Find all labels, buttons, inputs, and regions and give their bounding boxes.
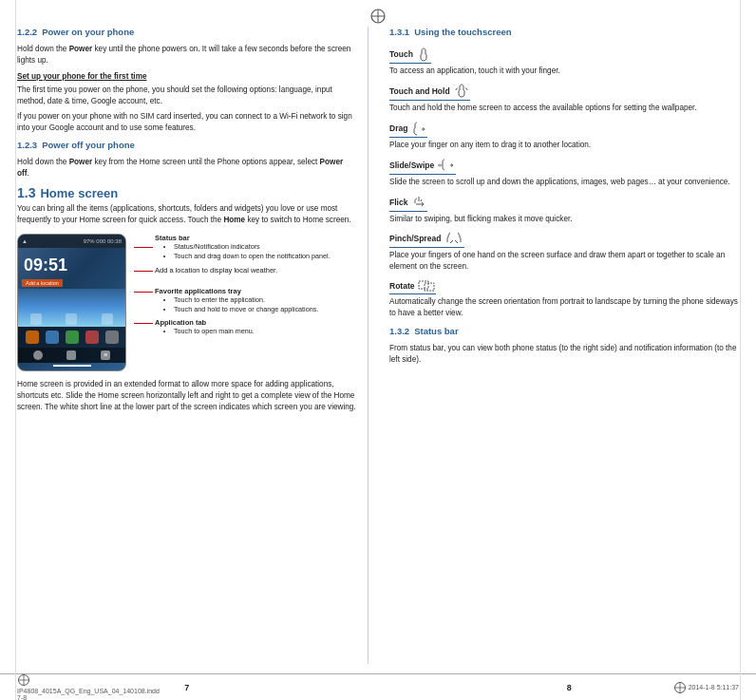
- pinch-label: Pinch/Spread: [389, 234, 441, 243]
- footer-time: 5:11:37: [717, 683, 739, 690]
- phone-wallpaper: [18, 289, 125, 327]
- rotate-label-line: Rotate: [389, 279, 436, 294]
- section-122-subheading: Set up your phone for the first time: [17, 71, 356, 83]
- touch-label: Touch: [389, 49, 413, 59]
- section-122: 1.2.2 Power on your phone Hold down the …: [17, 27, 356, 134]
- swipe-item: Slide/Swipe Slide the screen to scroll u…: [389, 158, 739, 188]
- section-13-num: 1.3: [17, 185, 35, 200]
- touch-hold-icon: [453, 84, 470, 99]
- touch-item: Touch To access an application, touch it…: [389, 47, 739, 77]
- touch-hold-label: Touch and Hold: [389, 86, 450, 96]
- swipe-body: Slide the screen to scroll up and down t…: [389, 177, 739, 188]
- page-number-left: 7: [184, 683, 189, 692]
- callout-app-tab-bullets: Touch to open main menu.: [162, 327, 255, 336]
- drag-body: Place your finger on any item to drag it…: [389, 140, 739, 151]
- phone-status-bar: ▲ 97% 000 00:38: [18, 235, 125, 248]
- section-123-num: 1.2.3: [17, 140, 37, 150]
- rotate-icon: [417, 279, 436, 293]
- callout-status-bar-label: Status bar: [155, 234, 331, 242]
- swipe-icon: [437, 158, 456, 173]
- touch-hold-item: Touch and Hold Touch and hold the home s…: [389, 84, 739, 114]
- touch-hold-body: Touch and hold the home screen to access…: [389, 103, 739, 114]
- callout-app-tab-bullet-1: Touch to open main menu.: [174, 327, 255, 336]
- phone-mockup: ▲ 97% 000 00:38 09:51 Add a location: [17, 234, 126, 371]
- section-131-title: Using the touchscreen: [414, 27, 511, 37]
- footer: IP4808_4015A_QG_Eng_USA_04_140108.indd 7…: [0, 673, 756, 700]
- section-131-num: 1.3.1: [389, 27, 409, 37]
- phone-apps-tray: [18, 327, 125, 348]
- flick-label: Flick: [389, 198, 407, 207]
- callout-app-tab-label: Application tab: [155, 318, 255, 327]
- phone-area: ▲ 97% 000 00:38 09:51 Add a location: [17, 234, 356, 371]
- section-132: 1.3.2 Status bar From status bar, you ca…: [389, 326, 739, 366]
- footer-right: 2014-1-8 5:11:37: [596, 681, 739, 694]
- callout-app-tab: Application tab Touch to open main menu.: [134, 318, 356, 336]
- section-13-body2: Home screen is provided in an extended f…: [17, 379, 356, 413]
- callout-add-location-text: Add a location to display local weather.: [155, 266, 277, 276]
- section-13-title: Home screen: [40, 186, 118, 200]
- rotate-label: Rotate: [389, 281, 414, 291]
- section-122-body2: The first time you power on the phone, y…: [17, 85, 356, 107]
- footer-date: 2014-1-8: [689, 683, 715, 690]
- footer-file: IP4808_4015A_QG_Eng_USA_04_140108.indd 7…: [17, 688, 160, 700]
- phone-add-location-bar: Add a location: [22, 279, 63, 287]
- section-122-body3: If you power on your phone with no SIM c…: [17, 111, 356, 134]
- drag-item: Drag Place your finger on any item to dr…: [389, 121, 739, 151]
- flick-item: Flick Similar to swiping, but flicking m…: [389, 195, 739, 225]
- touch-hold-label-line: Touch and Hold: [389, 84, 470, 101]
- rotate-item: Rotate Automatically change the screen o…: [389, 279, 739, 319]
- footer-center-right: 8: [542, 683, 597, 692]
- section-132-num: 1.3.2: [389, 326, 409, 336]
- section-122-num: 1.2.2: [17, 27, 37, 37]
- section-122-body1: Hold down the Power key until the phone …: [17, 44, 356, 66]
- drag-icon: [410, 121, 427, 136]
- left-margin: [15, 0, 16, 700]
- callout-fav-tray-label: Favorite applications tray: [155, 287, 318, 295]
- callout-fav-bullet-2: Touch and hold to move or change applica…: [174, 305, 318, 314]
- callout-area: Status bar Status/Notification indicator…: [134, 234, 356, 335]
- section-131: 1.3.1 Using the touchscreen Touch To acc…: [389, 27, 739, 319]
- footer-left: IP4808_4015A_QG_Eng_USA_04_140108.indd 7…: [17, 673, 160, 700]
- drag-label-line: Drag: [389, 121, 427, 138]
- footer-compass-left: [17, 681, 30, 688]
- pinch-item: Pinch/Spread Place your fingers of one h…: [389, 231, 739, 273]
- phone-indicator: [53, 365, 91, 367]
- callout-fav-bullet-1: Touch to enter the application.: [174, 295, 318, 305]
- right-column: 1.3.1 Using the touchscreen Touch To acc…: [378, 27, 739, 664]
- section-123-body: Hold down the Power key from the Home sc…: [17, 157, 356, 180]
- touch-icon: [416, 47, 431, 62]
- section-13-body1: You can bring all the items (application…: [17, 203, 356, 226]
- section-13: 1.3 Home screen You can bring all the it…: [17, 185, 356, 412]
- phone-time: 09:51: [18, 248, 125, 277]
- drag-label: Drag: [389, 123, 407, 133]
- callout-add-location: Add a location to display local weather.: [134, 266, 356, 281]
- top-compass: [369, 8, 387, 27]
- svg-rect-3: [419, 281, 428, 289]
- callout-status-bar-bullet-1: Status/Notification indicators: [174, 242, 331, 252]
- swipe-label-line: Slide/Swipe: [389, 158, 456, 175]
- section-132-body: From status bar, you can view both phone…: [389, 343, 739, 366]
- page-number-right: 8: [567, 683, 572, 692]
- pinch-label-line: Pinch/Spread: [389, 231, 464, 248]
- footer-center: 7: [160, 683, 215, 692]
- phone-signal: ▲: [22, 238, 28, 244]
- section-123-title: Power off your phone: [42, 140, 135, 150]
- swipe-label: Slide/Swipe: [389, 161, 434, 170]
- svg-rect-4: [425, 283, 434, 291]
- flick-label-line: Flick: [389, 195, 427, 212]
- touch-label-line: Touch: [389, 47, 431, 64]
- footer-compass-right: [673, 683, 689, 690]
- rotate-body: Automatically change the screen orientat…: [389, 296, 739, 319]
- callout-status-bar-bullet-2: Touch and drag down to open the notifica…: [174, 252, 331, 261]
- touch-body: To access an application, touch it with …: [389, 66, 739, 77]
- main-content: 1.2.2 Power on your phone Hold down the …: [0, 0, 756, 673]
- section-122-title: Power on your phone: [42, 27, 134, 37]
- callout-status-bar: Status bar Status/Notification indicator…: [134, 234, 356, 260]
- callout-fav-tray-bullets: Touch to enter the application. Touch an…: [162, 295, 318, 313]
- flick-body: Similar to swiping, but flicking makes i…: [389, 214, 739, 225]
- phone-app-bottom: ≡: [18, 348, 125, 363]
- callout-status-bar-bullets: Status/Notification indicators Touch and…: [162, 242, 331, 260]
- left-column: 1.2.2 Power on your phone Hold down the …: [17, 27, 369, 664]
- pinch-icon: [444, 231, 464, 246]
- flick-icon: [410, 195, 427, 210]
